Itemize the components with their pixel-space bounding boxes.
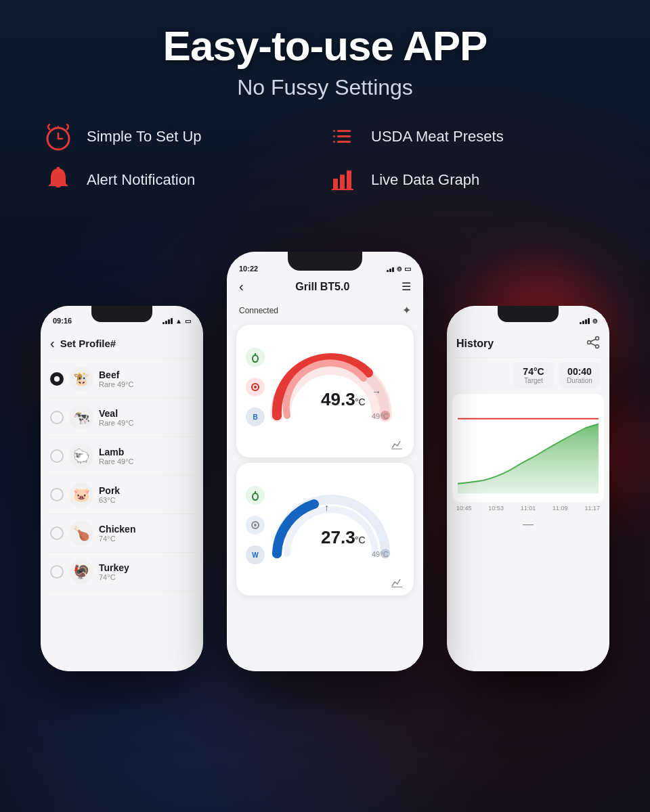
profile-item-lamb[interactable]: 🐑 Lamb Rare 49°C [47,437,196,476]
veal-info: Veal Rare 49°C [99,408,194,427]
svg-text:→: → [372,386,381,397]
feature-label-setup: Simple To Set Up [87,128,202,145]
chicken-info: Chicken 74°C [99,524,194,543]
list-icon [325,119,360,154]
pork-temp: 63°C [99,496,194,504]
share-icon[interactable] [586,336,600,352]
svg-rect-13 [347,171,351,189]
svg-rect-36 [391,587,402,587]
target-stat-box: 74°C Target [513,362,554,388]
right-header-title: History [456,338,494,350]
probe1-gauge-card: B [236,325,414,457]
profile-radio-turkey[interactable] [50,565,64,579]
probe1-chart-icon[interactable] [243,436,407,451]
center-app-title: Grill BT5.0 [295,281,349,293]
pork-name: Pork [99,485,194,496]
right-divider [455,357,601,358]
feature-alert: Alert Notification [41,162,325,198]
chicken-animal-icon: 🍗 [69,521,93,545]
right-phone-notch [498,306,559,322]
profile-item-veal[interactable]: 🐄 Veal Rare 49°C [47,399,196,437]
bluetooth-icon: ✦ [402,304,411,317]
turkey-animal-icon: 🦃 [69,560,93,584]
time-label-1: 10:45 [456,505,472,512]
feature-label-graph: Live Data Graph [371,171,479,189]
time-axis: 10:45 10:53 11:01 11:09 11:17 [447,502,609,514]
probe2-chart-icon[interactable] [243,574,407,589]
svg-point-10 [57,167,60,171]
duration-label: Duration [566,377,593,384]
svg-point-39 [596,345,599,348]
svg-text:49°C: 49°C [372,550,389,558]
left-phone-notch [91,306,152,322]
right-wifi-icon: ⌾ [592,316,597,325]
bottom-minus-icon[interactable]: — [447,514,609,535]
lamb-animal-icon: 🐑 [69,444,93,468]
center-status-time: 10:22 [239,265,258,273]
svg-point-38 [588,341,591,344]
center-app-header: ‹ Grill BT5.0 ☰ [227,276,423,300]
left-back-arrow[interactable]: ‹ [50,336,55,351]
profile-radio-beef[interactable] [50,372,64,386]
page-header: Easy-to-use APP No Fussy Settings [0,0,650,100]
main-title: Easy-to-use APP [0,22,650,70]
target-label: Target [520,377,547,384]
profile-item-turkey[interactable]: 🦃 Turkey 74°C [47,553,196,591]
veal-temp: Rare 49°C [99,419,194,427]
wifi-icon: ▲ [175,317,182,325]
phone-right-frame: ⌾ History 74°C Target 00:40 Duratio [447,306,609,671]
lamb-temp: Rare 49°C [99,457,194,466]
time-label-5: 11:17 [584,505,600,512]
center-wifi-icon: ⌾ [397,264,402,273]
right-status-icons: ⌾ [580,316,597,325]
time-label-3: 11:01 [521,505,536,512]
profile-radio-lamb[interactable] [50,449,64,463]
svg-rect-12 [340,175,345,189]
profile-item-beef[interactable]: 🐮 Beef Rare 49°C [47,360,196,399]
feature-simple-setup: Simple To Set Up [41,119,325,154]
svg-rect-5 [337,135,351,137]
veal-animal-icon: 🐄 [69,405,93,430]
history-chart-svg [458,399,599,497]
phone-right: ⌾ History 74°C Target 00:40 Duratio [447,306,609,671]
svg-rect-11 [333,179,338,189]
svg-text:°C: °C [355,397,366,407]
profile-list: 🐮 Beef Rare 49°C 🐄 Veal Rare 49°C [41,360,203,591]
center-back-arrow[interactable]: ‹ [239,279,244,294]
center-menu-icon[interactable]: ☰ [402,280,411,293]
svg-rect-4 [337,130,351,132]
lamb-name: Lamb [99,447,194,457]
history-chart [452,394,604,502]
lamb-info: Lamb Rare 49°C [99,447,194,466]
left-status-icons: ▲ ▭ [162,317,191,325]
profile-radio-pork[interactable] [50,488,64,501]
center-status-icons: ⌾ ▭ [387,264,411,273]
right-signal-icon [580,317,590,324]
profile-item-chicken[interactable]: 🍗 Chicken 74°C [47,514,196,553]
profile-radio-chicken[interactable] [50,526,64,540]
battery-icon: ▭ [185,317,191,325]
time-label-4: 11:09 [552,505,568,512]
svg-text:27.3: 27.3 [321,527,355,547]
feature-label-alert: Alert Notification [87,171,195,189]
beef-temp: Rare 49°C [99,380,194,388]
subtitle: No Fussy Settings [0,75,650,100]
svg-text:49°C: 49°C [372,412,389,420]
svg-text:↑: ↑ [324,502,329,513]
target-temp-value: 74°C [520,366,547,377]
bar-chart-icon [325,162,360,198]
svg-point-37 [596,337,599,340]
right-app-header: History [447,330,609,356]
profile-radio-veal[interactable] [50,411,64,424]
turkey-name: Turkey [99,562,194,573]
phone-center-frame: 10:22 ⌾ ▭ ‹ Grill BT5.0 ☰ Connected ✦ [227,252,423,671]
chicken-name: Chicken [99,524,194,535]
svg-rect-6 [337,141,351,143]
profile-item-pork[interactable]: 🐷 Pork 63°C [47,476,196,514]
stats-row: 74°C Target 00:40 Duration [447,359,609,394]
left-divider [49,358,195,359]
phone-left-frame: 09:16 ▲ ▭ ‹ Set Profile# [41,306,203,671]
left-app-header: ‹ Set Profile# [41,330,203,357]
phones-container: 09:16 ▲ ▭ ‹ Set Profile# [0,211,650,671]
svg-text:49.3: 49.3 [321,389,355,409]
